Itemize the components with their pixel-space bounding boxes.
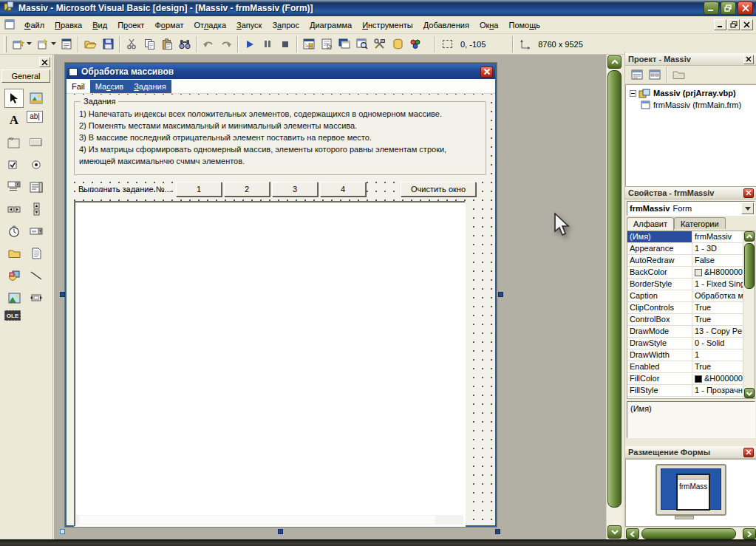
menu-project[interactable]: Проект bbox=[112, 18, 149, 33]
scroll-up-icon[interactable] bbox=[744, 231, 755, 242]
minimize-button[interactable] bbox=[704, 1, 719, 15]
selection-handle-bottom-right[interactable] bbox=[495, 529, 500, 534]
property-row[interactable]: AutoRedraw False bbox=[627, 255, 755, 267]
scroll-down-icon[interactable] bbox=[607, 525, 622, 539]
ole-tool-icon[interactable]: OLE bbox=[4, 310, 21, 321]
properties-scroll-thumb[interactable] bbox=[744, 243, 755, 289]
textbox-hscrollbar[interactable] bbox=[76, 515, 463, 525]
mdi-minimize-button[interactable] bbox=[714, 19, 726, 30]
layout-panel-titlebar[interactable]: Размещение Формы bbox=[625, 446, 756, 459]
menu-edit[interactable]: Правка bbox=[50, 18, 87, 33]
hscrollbar-tool-icon[interactable] bbox=[4, 199, 24, 219]
project-panel-close-icon[interactable] bbox=[743, 55, 754, 64]
menu-query[interactable]: Запрос bbox=[267, 18, 304, 33]
selection-handle-left[interactable] bbox=[60, 292, 65, 297]
listbox-tool-icon[interactable] bbox=[27, 177, 46, 197]
form-menu-fail[interactable]: Fail bbox=[67, 80, 90, 93]
layout-panel-close-icon[interactable] bbox=[743, 448, 754, 457]
scroll-down-icon[interactable] bbox=[744, 388, 755, 398]
project-tree-form[interactable]: frmMassiv (frmMain.frm) bbox=[627, 99, 755, 111]
task-1-button[interactable]: 1 bbox=[176, 182, 222, 197]
property-row[interactable]: (Имя) frmMassiv bbox=[627, 231, 755, 243]
combo-dropdown-icon[interactable] bbox=[741, 202, 754, 214]
project-explorer-icon[interactable] bbox=[300, 35, 318, 52]
optionbutton-tool-icon[interactable] bbox=[27, 155, 46, 174]
property-row[interactable]: DrawWidth 1 bbox=[627, 349, 755, 361]
menu-run[interactable]: Запуск bbox=[231, 18, 267, 33]
filelistbox-tool-icon[interactable] bbox=[27, 244, 46, 263]
properties-window-icon[interactable] bbox=[318, 35, 336, 52]
object-combobox[interactable]: frmMassiv Form bbox=[627, 201, 755, 216]
output-textbox[interactable] bbox=[74, 201, 466, 527]
scroll-up-icon[interactable] bbox=[607, 55, 622, 69]
picturebox-tool-icon[interactable] bbox=[27, 89, 46, 108]
form-layout-window-icon[interactable] bbox=[336, 35, 353, 52]
form-body[interactable]: Задания 1) Напечатать индексы всех полож… bbox=[67, 94, 495, 525]
add-form-dropdown-icon[interactable] bbox=[51, 35, 58, 52]
scroll-right-icon[interactable] bbox=[743, 528, 756, 539]
menu-window[interactable]: Окна bbox=[474, 18, 504, 33]
vscrollbar-tool-icon[interactable] bbox=[27, 199, 46, 219]
textbox-tool-icon[interactable]: ab| bbox=[27, 111, 43, 123]
properties-vscrollbar[interactable] bbox=[743, 231, 755, 398]
toolbox-close-icon[interactable] bbox=[39, 57, 50, 67]
vscroll-thumb[interactable] bbox=[607, 70, 622, 508]
property-row[interactable]: DrawMode 13 - Copy Pe bbox=[627, 326, 755, 338]
tasks-frame[interactable]: Задания 1) Напечатать индексы всех полож… bbox=[74, 101, 486, 175]
break-icon[interactable] bbox=[259, 35, 276, 52]
property-row[interactable]: BorderStyle 1 - Fixed Sing bbox=[627, 279, 755, 290]
project-tree-root[interactable]: Massiv (prjArray.vbp) bbox=[627, 87, 755, 99]
add-project-dropdown-icon[interactable] bbox=[27, 35, 33, 52]
property-row[interactable]: Appearance 1 - 3D bbox=[627, 243, 755, 255]
view-object-icon[interactable] bbox=[646, 66, 664, 83]
toolbox-icon[interactable] bbox=[371, 35, 389, 52]
paste-icon[interactable] bbox=[158, 35, 176, 52]
dirlistbox-tool-icon[interactable] bbox=[4, 244, 24, 263]
property-row[interactable]: Caption Обработка м bbox=[627, 290, 755, 302]
mdi-restore-button[interactable] bbox=[727, 19, 740, 30]
tab-categorized[interactable]: Категории bbox=[674, 217, 726, 229]
data-view-icon[interactable] bbox=[389, 35, 406, 52]
component-manager-icon[interactable] bbox=[406, 35, 424, 52]
menu-addins[interactable]: Добавления bbox=[418, 18, 474, 33]
save-icon[interactable] bbox=[99, 35, 117, 52]
open-project-icon[interactable] bbox=[81, 35, 99, 52]
menu-debug[interactable]: Отладка bbox=[189, 18, 232, 33]
menu-diagram[interactable]: Диаграмма bbox=[304, 18, 357, 33]
form-titlebar[interactable]: Обработка массивов bbox=[67, 64, 495, 79]
find-icon[interactable] bbox=[176, 35, 194, 52]
shape-tool-icon[interactable] bbox=[4, 266, 24, 285]
task-2-button[interactable]: 2 bbox=[224, 182, 270, 197]
property-row[interactable]: BackColor &H800000 bbox=[627, 267, 755, 279]
selection-handle-bottom-left[interactable] bbox=[60, 529, 65, 534]
form-menu-massiv[interactable]: Массив bbox=[90, 80, 129, 93]
toggle-folders-icon[interactable] bbox=[670, 66, 687, 83]
undo-icon[interactable] bbox=[200, 35, 217, 52]
form-menu-zadaniya[interactable]: Задания bbox=[129, 80, 171, 93]
frame-tool-icon[interactable]: xy bbox=[4, 133, 24, 152]
line-tool-icon[interactable] bbox=[27, 266, 46, 285]
toolbar-handle[interactable] bbox=[4, 36, 7, 52]
redo-icon[interactable] bbox=[217, 35, 235, 52]
form-thumbnail[interactable]: frmMass bbox=[676, 474, 710, 511]
properties-panel-close-icon[interactable] bbox=[743, 188, 754, 198]
drivelistbox-tool-icon[interactable] bbox=[27, 222, 46, 241]
end-icon[interactable] bbox=[276, 35, 294, 52]
property-row[interactable]: Enabled True bbox=[627, 361, 755, 373]
property-row[interactable]: ControlBox True bbox=[627, 314, 755, 326]
start-icon[interactable] bbox=[241, 35, 259, 52]
add-form-icon[interactable] bbox=[33, 35, 51, 52]
label-tool-icon[interactable]: A bbox=[4, 111, 24, 130]
checkbox-tool-icon[interactable] bbox=[4, 155, 24, 174]
selection-handle-right[interactable] bbox=[498, 292, 503, 297]
commandbutton-tool-icon[interactable] bbox=[27, 133, 46, 152]
data-tool-icon[interactable] bbox=[27, 288, 46, 307]
menu-file[interactable]: Файл bbox=[19, 18, 50, 33]
task-3-button[interactable]: 3 bbox=[272, 182, 318, 197]
tab-alphabetic[interactable]: Алфавит bbox=[627, 217, 674, 231]
layout-hscrollbar[interactable] bbox=[625, 527, 756, 539]
collapse-icon[interactable] bbox=[630, 90, 636, 97]
image-tool-icon[interactable] bbox=[4, 288, 24, 307]
form-close-icon[interactable] bbox=[480, 66, 493, 78]
close-button[interactable] bbox=[738, 1, 753, 15]
